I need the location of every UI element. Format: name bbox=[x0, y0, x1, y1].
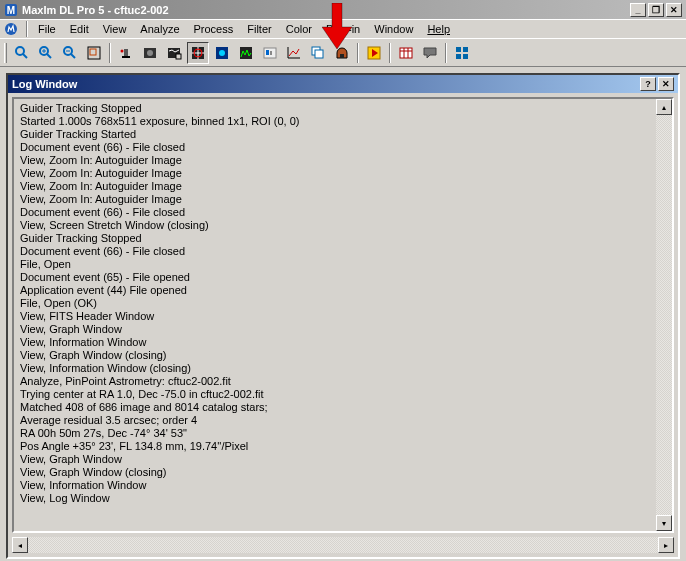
log-line: Guider Tracking Stopped bbox=[20, 102, 650, 115]
close-button[interactable]: ✕ bbox=[666, 3, 682, 17]
svg-point-18 bbox=[147, 50, 153, 56]
svg-point-26 bbox=[219, 50, 225, 56]
log-close-button[interactable]: ✕ bbox=[658, 77, 674, 91]
log-content: Guider Tracking StoppedStarted 1.000s 76… bbox=[14, 99, 656, 531]
log-line: Document event (66) - File closed bbox=[20, 245, 650, 258]
horizontal-scrollbar[interactable]: ◂ ▸ bbox=[12, 537, 674, 553]
log-line: Application event (44) File opened bbox=[20, 284, 650, 297]
log-line: View, Graph Window (closing) bbox=[20, 466, 650, 479]
log-line: View, Zoom In: Autoguider Image bbox=[20, 180, 650, 193]
log-line: Trying center at RA 1.0, Dec -75.0 in cf… bbox=[20, 388, 650, 401]
toolbar-sep bbox=[357, 43, 359, 63]
menu-view[interactable]: View bbox=[97, 21, 133, 37]
log-line: View, Log Window bbox=[20, 492, 650, 505]
menu-file[interactable]: File bbox=[32, 21, 62, 37]
app-logo-icon bbox=[4, 22, 18, 36]
svg-text:M: M bbox=[7, 5, 15, 16]
scroll-up-button[interactable]: ▴ bbox=[656, 99, 672, 115]
svg-rect-30 bbox=[270, 51, 272, 55]
log-line: Document event (66) - File closed bbox=[20, 206, 650, 219]
log-line: Guider Tracking Started bbox=[20, 128, 650, 141]
zoom-frame-icon[interactable] bbox=[83, 42, 105, 64]
menu-help[interactable]: Help bbox=[421, 21, 456, 37]
scroll-left-button[interactable]: ◂ bbox=[12, 537, 28, 553]
svg-rect-42 bbox=[456, 54, 461, 59]
log-window-titlebar[interactable]: Log Window ? ✕ bbox=[8, 75, 678, 93]
vertical-scrollbar[interactable]: ▴ ▾ bbox=[656, 99, 672, 531]
log-line: View, Screen Stretch Window (closing) bbox=[20, 219, 650, 232]
log-line: View, Zoom In: Autoguider Image bbox=[20, 154, 650, 167]
toolbar-sep bbox=[389, 43, 391, 63]
menu-process[interactable]: Process bbox=[188, 21, 240, 37]
photo-icon[interactable] bbox=[139, 42, 161, 64]
log-line: View, Zoom In: Autoguider Image bbox=[20, 193, 650, 206]
log-line: View, Information Window bbox=[20, 336, 650, 349]
log-line: File, Open bbox=[20, 258, 650, 271]
menu-color[interactable]: Color bbox=[280, 21, 318, 37]
log-line: File, Open (OK) bbox=[20, 297, 650, 310]
log-line: View, Information Window bbox=[20, 479, 650, 492]
log-chat-icon[interactable] bbox=[419, 42, 441, 64]
toolbar-sep bbox=[109, 43, 111, 63]
svg-point-16 bbox=[121, 49, 124, 52]
log-line: Guider Tracking Stopped bbox=[20, 232, 650, 245]
log-help-button[interactable]: ? bbox=[640, 77, 656, 91]
calendar-icon[interactable] bbox=[395, 42, 417, 64]
log-line: Average residual 3.5 arcsec; order 4 bbox=[20, 414, 650, 427]
log-line: View, Graph Window (closing) bbox=[20, 349, 650, 362]
minimize-button[interactable]: _ bbox=[630, 3, 646, 17]
toolbar-grip[interactable] bbox=[4, 43, 7, 63]
maximize-button[interactable]: ❐ bbox=[648, 3, 664, 17]
record-icon[interactable] bbox=[363, 42, 385, 64]
svg-rect-33 bbox=[340, 54, 344, 58]
autofocus-icon[interactable] bbox=[211, 42, 233, 64]
log-line: Analyze, PinPoint Astrometry: cftuc2-002… bbox=[20, 375, 650, 388]
menu-edit[interactable]: Edit bbox=[64, 21, 95, 37]
cascade-icon[interactable] bbox=[307, 42, 329, 64]
scroll-down-button[interactable]: ▾ bbox=[656, 515, 672, 531]
app-title: MaxIm DL Pro 5 - cftuc2-002 bbox=[22, 4, 630, 16]
svg-line-6 bbox=[47, 54, 51, 58]
toolbar bbox=[0, 39, 686, 67]
log-window: Log Window ? ✕ Guider Tracking StoppedSt… bbox=[6, 73, 680, 559]
graph-icon[interactable] bbox=[283, 42, 305, 64]
log-window-title: Log Window bbox=[12, 78, 638, 90]
log-body: Guider Tracking StoppedStarted 1.000s 76… bbox=[12, 97, 674, 533]
log-line: View, Information Window (closing) bbox=[20, 362, 650, 375]
svg-rect-41 bbox=[463, 47, 468, 52]
svg-rect-36 bbox=[400, 48, 412, 58]
profile-config-icon[interactable] bbox=[187, 42, 209, 64]
zoom-out-icon[interactable] bbox=[59, 42, 81, 64]
camera-telescope-icon[interactable] bbox=[115, 42, 137, 64]
svg-point-3 bbox=[16, 47, 24, 55]
stretch-config-icon[interactable] bbox=[163, 42, 185, 64]
menu-window[interactable]: Window bbox=[368, 21, 419, 37]
pinpoint-icon[interactable] bbox=[259, 42, 281, 64]
log-line: Matched 408 of 686 image and 8014 catalo… bbox=[20, 401, 650, 414]
svg-rect-43 bbox=[463, 54, 468, 59]
zoom-in-icon[interactable] bbox=[35, 42, 57, 64]
svg-line-4 bbox=[23, 54, 27, 58]
menubar: File Edit View Analyze Process Filter Co… bbox=[0, 19, 686, 39]
menu-analyze[interactable]: Analyze bbox=[134, 21, 185, 37]
menu-filter[interactable]: Filter bbox=[241, 21, 277, 37]
svg-rect-29 bbox=[266, 50, 269, 55]
zoom-fit-icon[interactable] bbox=[11, 42, 33, 64]
scroll-track-h[interactable] bbox=[28, 537, 658, 553]
tile-icon[interactable] bbox=[451, 42, 473, 64]
log-line: Document event (66) - File closed bbox=[20, 141, 650, 154]
svg-line-10 bbox=[71, 54, 75, 58]
log-line: View, Graph Window bbox=[20, 453, 650, 466]
scroll-track[interactable] bbox=[656, 115, 672, 515]
log-line: RA 00h 50m 27s, Dec -74° 34' 53" bbox=[20, 427, 650, 440]
log-line: Pos Angle +35° 23', FL 134.8 mm, 19.74''… bbox=[20, 440, 650, 453]
scroll-right-button[interactable]: ▸ bbox=[658, 537, 674, 553]
svg-rect-40 bbox=[456, 47, 461, 52]
menu-plugin[interactable]: Plug-in bbox=[320, 21, 366, 37]
observatory-icon[interactable] bbox=[331, 42, 353, 64]
log-line: Document event (65) - File opened bbox=[20, 271, 650, 284]
main-titlebar: M MaxIm DL Pro 5 - cftuc2-002 _ ❐ ✕ bbox=[0, 0, 686, 19]
histogram-icon[interactable] bbox=[235, 42, 257, 64]
svg-rect-20 bbox=[176, 54, 181, 59]
menu-separator bbox=[26, 21, 28, 37]
